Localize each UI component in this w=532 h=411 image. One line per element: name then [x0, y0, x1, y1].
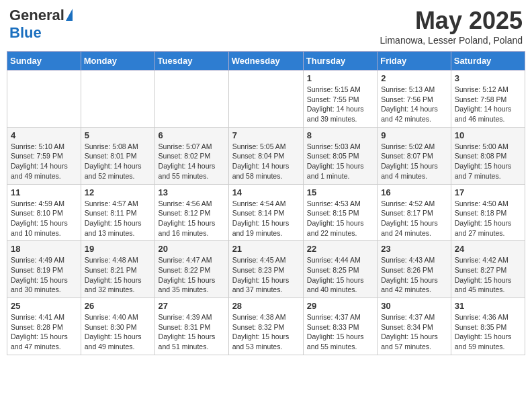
header-cell-wednesday: Wednesday [228, 52, 303, 71]
day-cell: 23Sunrise: 4:43 AM Sunset: 8:26 PM Dayli… [378, 241, 451, 298]
day-info: Sunrise: 4:52 AM Sunset: 8:17 PM Dayligh… [381, 199, 447, 238]
month-title: May 2025 [380, 7, 523, 35]
calendar-table: SundayMondayTuesdayWednesdayThursdayFrid… [7, 51, 525, 355]
day-cell: 5Sunrise: 5:08 AM Sunset: 8:01 PM Daylig… [81, 127, 154, 184]
header-cell-sunday: Sunday [7, 52, 81, 71]
day-cell [154, 71, 228, 128]
day-number: 10 [455, 130, 521, 140]
calendar-body: 1Sunrise: 5:15 AM Sunset: 7:55 PM Daylig… [7, 71, 525, 355]
day-cell: 3Sunrise: 5:12 AM Sunset: 7:58 PM Daylig… [451, 71, 525, 128]
day-number: 14 [232, 187, 300, 197]
day-cell: 15Sunrise: 4:53 AM Sunset: 8:15 PM Dayli… [303, 184, 377, 241]
day-cell: 30Sunrise: 4:37 AM Sunset: 8:34 PM Dayli… [378, 298, 451, 355]
day-cell: 1Sunrise: 5:15 AM Sunset: 7:55 PM Daylig… [303, 71, 377, 128]
day-cell: 29Sunrise: 4:37 AM Sunset: 8:33 PM Dayli… [303, 298, 377, 355]
day-number: 23 [381, 244, 447, 254]
day-number: 18 [11, 244, 77, 254]
day-cell: 18Sunrise: 4:49 AM Sunset: 8:19 PM Dayli… [7, 241, 81, 298]
day-cell: 12Sunrise: 4:57 AM Sunset: 8:11 PM Dayli… [81, 184, 154, 241]
day-number: 25 [11, 301, 77, 311]
day-cell: 19Sunrise: 4:48 AM Sunset: 8:21 PM Dayli… [81, 241, 154, 298]
page-header: General Blue May 2025 Limanowa, Lesser P… [7, 7, 525, 46]
day-cell: 14Sunrise: 4:54 AM Sunset: 8:14 PM Dayli… [228, 184, 303, 241]
day-info: Sunrise: 5:03 AM Sunset: 8:05 PM Dayligh… [307, 142, 373, 181]
logo-triangle-icon [66, 9, 73, 21]
day-cell [228, 71, 303, 128]
day-info: Sunrise: 4:39 AM Sunset: 8:31 PM Dayligh… [159, 312, 225, 352]
day-number: 2 [381, 73, 447, 83]
day-number: 9 [381, 130, 447, 140]
day-info: Sunrise: 4:45 AM Sunset: 8:23 PM Dayligh… [232, 255, 300, 295]
week-row-2: 11Sunrise: 4:59 AM Sunset: 8:10 PM Dayli… [7, 184, 525, 241]
header-cell-monday: Monday [81, 52, 154, 71]
day-info: Sunrise: 4:50 AM Sunset: 8:18 PM Dayligh… [455, 199, 521, 238]
day-info: Sunrise: 5:10 AM Sunset: 7:59 PM Dayligh… [11, 142, 77, 181]
day-info: Sunrise: 4:44 AM Sunset: 8:25 PM Dayligh… [307, 255, 373, 295]
location-subtitle: Limanowa, Lesser Poland, Poland [380, 35, 523, 46]
day-cell: 13Sunrise: 4:56 AM Sunset: 8:12 PM Dayli… [154, 184, 228, 241]
day-cell: 25Sunrise: 4:41 AM Sunset: 8:28 PM Dayli… [7, 298, 81, 355]
header-cell-friday: Friday [378, 52, 451, 71]
header-row: SundayMondayTuesdayWednesdayThursdayFrid… [7, 52, 525, 71]
day-info: Sunrise: 5:07 AM Sunset: 8:02 PM Dayligh… [159, 142, 225, 181]
day-number: 29 [307, 301, 373, 311]
day-info: Sunrise: 4:49 AM Sunset: 8:19 PM Dayligh… [11, 255, 77, 295]
day-info: Sunrise: 5:05 AM Sunset: 8:04 PM Dayligh… [232, 142, 300, 181]
day-cell: 20Sunrise: 4:47 AM Sunset: 8:22 PM Dayli… [154, 241, 228, 298]
day-number: 26 [85, 301, 151, 311]
day-number: 17 [455, 187, 521, 197]
day-info: Sunrise: 4:54 AM Sunset: 8:14 PM Dayligh… [232, 199, 300, 238]
day-number: 12 [85, 187, 151, 197]
day-info: Sunrise: 5:08 AM Sunset: 8:01 PM Dayligh… [85, 142, 151, 181]
day-number: 24 [455, 244, 521, 254]
day-cell: 17Sunrise: 4:50 AM Sunset: 8:18 PM Dayli… [451, 184, 525, 241]
day-info: Sunrise: 4:41 AM Sunset: 8:28 PM Dayligh… [11, 312, 77, 352]
day-cell: 22Sunrise: 4:44 AM Sunset: 8:25 PM Dayli… [303, 241, 377, 298]
day-info: Sunrise: 5:02 AM Sunset: 8:07 PM Dayligh… [381, 142, 447, 181]
day-cell: 2Sunrise: 5:13 AM Sunset: 7:56 PM Daylig… [378, 71, 451, 128]
day-number: 19 [85, 244, 151, 254]
day-cell: 9Sunrise: 5:02 AM Sunset: 8:07 PM Daylig… [378, 127, 451, 184]
day-info: Sunrise: 4:40 AM Sunset: 8:30 PM Dayligh… [85, 312, 151, 352]
logo-general: General [9, 7, 64, 24]
week-row-1: 4Sunrise: 5:10 AM Sunset: 7:59 PM Daylig… [7, 127, 525, 184]
day-info: Sunrise: 4:38 AM Sunset: 8:32 PM Dayligh… [232, 312, 300, 352]
day-number: 6 [159, 130, 225, 140]
day-info: Sunrise: 4:57 AM Sunset: 8:11 PM Dayligh… [85, 199, 151, 238]
day-info: Sunrise: 4:36 AM Sunset: 8:35 PM Dayligh… [455, 312, 521, 352]
day-info: Sunrise: 5:12 AM Sunset: 7:58 PM Dayligh… [455, 85, 521, 124]
day-info: Sunrise: 5:15 AM Sunset: 7:55 PM Dayligh… [307, 85, 373, 124]
day-cell [81, 71, 154, 128]
day-cell: 24Sunrise: 4:42 AM Sunset: 8:27 PM Dayli… [451, 241, 525, 298]
day-number: 3 [455, 73, 521, 83]
day-cell: 8Sunrise: 5:03 AM Sunset: 8:05 PM Daylig… [303, 127, 377, 184]
day-cell: 31Sunrise: 4:36 AM Sunset: 8:35 PM Dayli… [451, 298, 525, 355]
day-number: 27 [159, 301, 225, 311]
day-number: 11 [11, 187, 77, 197]
day-info: Sunrise: 4:56 AM Sunset: 8:12 PM Dayligh… [159, 199, 225, 238]
day-cell: 26Sunrise: 4:40 AM Sunset: 8:30 PM Dayli… [81, 298, 154, 355]
day-cell: 21Sunrise: 4:45 AM Sunset: 8:23 PM Dayli… [228, 241, 303, 298]
day-info: Sunrise: 4:43 AM Sunset: 8:26 PM Dayligh… [381, 255, 447, 295]
day-info: Sunrise: 4:37 AM Sunset: 8:33 PM Dayligh… [307, 312, 373, 352]
day-number: 22 [307, 244, 373, 254]
day-number: 15 [307, 187, 373, 197]
logo-blue: Blue [9, 24, 42, 42]
header-cell-saturday: Saturday [451, 52, 525, 71]
day-info: Sunrise: 4:37 AM Sunset: 8:34 PM Dayligh… [381, 312, 447, 352]
day-number: 7 [232, 130, 300, 140]
day-number: 28 [232, 301, 300, 311]
day-number: 31 [455, 301, 521, 311]
day-info: Sunrise: 4:42 AM Sunset: 8:27 PM Dayligh… [455, 255, 521, 295]
day-info: Sunrise: 4:48 AM Sunset: 8:21 PM Dayligh… [85, 255, 151, 295]
title-block: May 2025 Limanowa, Lesser Poland, Poland [380, 7, 523, 46]
logo: General Blue [9, 7, 73, 42]
day-info: Sunrise: 4:47 AM Sunset: 8:22 PM Dayligh… [159, 255, 225, 295]
calendar-header: SundayMondayTuesdayWednesdayThursdayFrid… [7, 52, 525, 71]
day-cell [7, 71, 81, 128]
day-number: 13 [159, 187, 225, 197]
day-number: 5 [85, 130, 151, 140]
day-cell: 16Sunrise: 4:52 AM Sunset: 8:17 PM Dayli… [378, 184, 451, 241]
day-number: 30 [381, 301, 447, 311]
week-row-3: 18Sunrise: 4:49 AM Sunset: 8:19 PM Dayli… [7, 241, 525, 298]
